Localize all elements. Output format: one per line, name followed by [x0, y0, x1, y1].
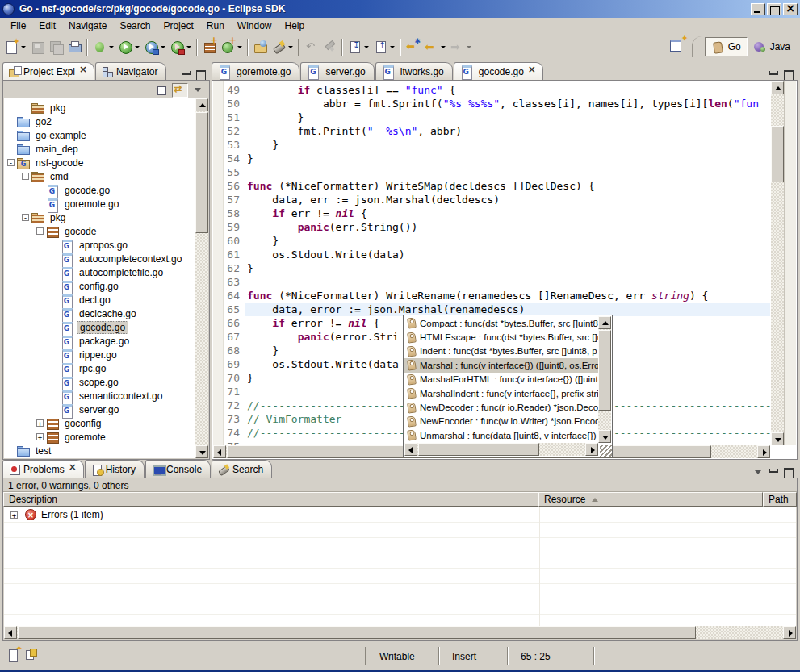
menu-help[interactable]: Help	[279, 19, 312, 34]
tree-item-pkg[interactable]: -pkg	[4, 211, 195, 224]
new-class-button[interactable]	[219, 37, 245, 58]
link-editor-button[interactable]	[172, 83, 188, 98]
fast-view-button[interactable]	[6, 648, 21, 662]
tree-expander-icon[interactable]: -	[36, 227, 44, 235]
scroll-right-button[interactable]	[783, 626, 796, 639]
tree-expander-icon[interactable]: +	[36, 419, 44, 427]
tree-item-goremote-go[interactable]: goremote.go	[4, 197, 195, 211]
scroll-left-button[interactable]	[4, 626, 17, 639]
editor-tab-goremote-go[interactable]: goremote.go	[212, 62, 299, 80]
scroll-left-button[interactable]	[404, 443, 417, 456]
column-header-description[interactable]: Description	[3, 492, 538, 507]
max-view-button[interactable]	[195, 69, 207, 80]
new-package-button[interactable]	[200, 37, 219, 58]
tree-item-declcache-go[interactable]: declcache.go	[4, 307, 195, 320]
editor-vertical-scrollbar[interactable]	[771, 81, 784, 445]
menu-navigate[interactable]: Navigate	[62, 19, 113, 34]
autocomplete-item[interactable]: MarshalForHTML : func(v interface{}) ([]…	[404, 373, 598, 386]
collapse-all-button[interactable]	[154, 83, 170, 98]
tree-item-main-dep[interactable]: main_dep	[4, 142, 195, 156]
tree-item-config-go[interactable]: config.go	[4, 279, 195, 293]
popup-horizontal-scrollbar[interactable]	[404, 443, 598, 456]
tree-expander-icon[interactable]: -	[22, 173, 29, 180]
close-icon[interactable]	[79, 67, 88, 76]
min-view-button[interactable]	[768, 69, 780, 80]
prev-annotation-button[interactable]	[371, 37, 397, 58]
scroll-right-button[interactable]	[757, 445, 770, 458]
dropdown-arrow-icon[interactable]	[364, 46, 369, 48]
max-view-button[interactable]	[782, 467, 794, 478]
open-file-button[interactable]	[251, 37, 270, 58]
tree-item-gocode[interactable]: -gocode	[4, 224, 195, 238]
scroll-down-button[interactable]	[195, 445, 208, 458]
editor-tab-gocode-go[interactable]: gocode.go	[454, 62, 543, 80]
autocomplete-item[interactable]: HTMLEscape : func(dst *bytes.Buffer, src…	[404, 330, 598, 344]
next-annotation-button[interactable]	[346, 37, 371, 58]
menu-run[interactable]: Run	[200, 19, 231, 34]
window-minimize-button[interactable]	[751, 3, 765, 15]
tree-item-semanticcontext-go[interactable]: semanticcontext.go	[4, 389, 195, 403]
popup-vertical-scrollbar[interactable]	[598, 316, 611, 443]
dropdown-arrow-icon[interactable]	[467, 46, 471, 48]
tree-item-cmd[interactable]: -cmd	[4, 169, 195, 183]
tree-item-decl-go[interactable]: decl.go	[4, 293, 195, 307]
tree-item-test[interactable]: test	[4, 444, 195, 457]
last-edit-location-button[interactable]	[404, 37, 422, 58]
scrollbar-thumb[interactable]	[598, 330, 611, 411]
run-button[interactable]	[116, 37, 142, 58]
tab-history[interactable]: History	[85, 460, 145, 478]
scroll-down-button[interactable]	[598, 430, 611, 443]
tree-item-goremote[interactable]: +goremote	[4, 430, 195, 444]
tree-item-autocompletefile-go[interactable]: autocompletefile.go	[4, 265, 195, 279]
column-header-resource[interactable]: Resource	[538, 492, 763, 507]
tree-item-ripper-go[interactable]: ripper.go	[4, 348, 195, 361]
tree-item-package-go[interactable]: package.go	[4, 334, 195, 348]
external-tools-button[interactable]	[168, 37, 194, 58]
dropdown-arrow-icon[interactable]	[390, 46, 395, 48]
max-view-button[interactable]	[782, 69, 794, 80]
tree-item-autocompletecontext-go[interactable]: autocompletecontext.go	[4, 252, 195, 265]
dropdown-arrow-icon[interactable]	[441, 46, 446, 48]
row-expander-icon[interactable]: +	[10, 511, 18, 519]
tree-item-rpc-go[interactable]: rpc.go	[4, 361, 195, 375]
scrollbar-thumb[interactable]	[771, 126, 784, 182]
run-history-button[interactable]	[142, 37, 168, 58]
view-menu-button[interactable]	[190, 83, 206, 98]
autocomplete-item[interactable]: NewEncoder : func(w io.Writer) *json.Enc…	[404, 415, 598, 428]
show-marks-button[interactable]	[24, 648, 39, 662]
problems-horizontal-scrollbar[interactable]	[4, 626, 796, 639]
scroll-down-button[interactable]	[771, 432, 784, 445]
min-view-button[interactable]	[180, 69, 192, 80]
tree-item-apropos-go[interactable]: apropos.go	[4, 238, 195, 252]
tree-item-goconfig[interactable]: +goconfig	[4, 416, 195, 430]
dropdown-arrow-icon[interactable]	[161, 46, 165, 48]
window-close-button[interactable]	[783, 3, 798, 15]
tree-item-go2[interactable]: go2	[4, 115, 195, 128]
tab-problems[interactable]: Problems	[2, 460, 84, 478]
tree-expander-icon[interactable]: -	[7, 159, 15, 166]
dropdown-arrow-icon[interactable]	[186, 46, 191, 48]
autocomplete-item[interactable]: NewDecoder : func(r io.Reader) *json.Dec…	[404, 400, 598, 414]
tree-item-nsf-gocode[interactable]: -nsf-gocode	[4, 156, 195, 169]
menu-project[interactable]: Project	[157, 19, 199, 34]
back-button[interactable]	[422, 37, 448, 58]
new-wizard-button[interactable]	[2, 37, 28, 58]
tree-expander-icon[interactable]: -	[22, 214, 29, 221]
perspective-go[interactable]: Go	[705, 37, 748, 56]
tree-item-scope-go[interactable]: scope.go	[4, 375, 195, 389]
search-button[interactable]	[270, 37, 295, 58]
scrollbar-thumb[interactable]	[418, 443, 539, 456]
explorer-vertical-scrollbar[interactable]	[195, 98, 208, 458]
tree-item-pkg[interactable]: pkg	[4, 101, 195, 115]
scroll-up-button[interactable]	[195, 98, 208, 111]
tab-project-expl[interactable]: Project Expl	[2, 62, 94, 80]
autocomplete-item[interactable]: Marshal : func(v interface{}) ([]uint8, …	[404, 358, 598, 372]
print-button[interactable]	[65, 37, 84, 58]
dropdown-arrow-icon[interactable]	[21, 46, 26, 48]
tab-console[interactable]: Console	[145, 460, 211, 478]
tab-search[interactable]: Search	[212, 460, 272, 478]
dropdown-arrow-icon[interactable]	[288, 46, 293, 48]
dropdown-arrow-icon[interactable]	[135, 46, 140, 48]
tree-item-server-go[interactable]: server.go	[4, 403, 195, 416]
menu-window[interactable]: Window	[231, 19, 279, 34]
